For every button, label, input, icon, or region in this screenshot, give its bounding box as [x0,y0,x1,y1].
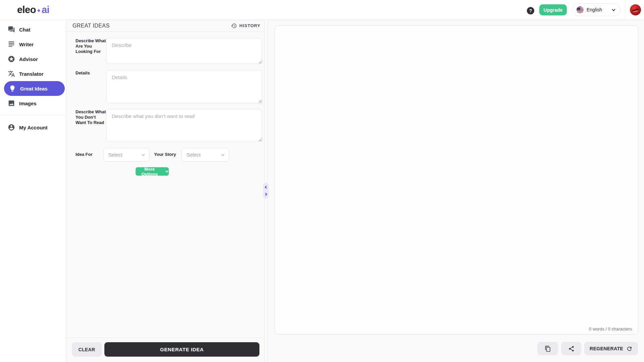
share-icon [568,346,575,352]
idea-for-select[interactable]: Select [103,148,150,162]
details-textarea[interactable] [106,70,262,103]
output-actions: REGENERATE [537,342,638,355]
sidebar-item-label: My Account [19,125,47,130]
field-label: Describe What Are You Looking For [76,38,107,54]
sidebar-item-advisor[interactable]: Advisor [0,52,66,66]
more-options-button[interactable]: More Options [136,167,169,176]
regenerate-button[interactable]: REGENERATE [584,342,638,355]
field-label: Details [76,70,107,76]
sidebar-item-translator[interactable]: Translator [0,66,66,81]
sidebar-item-my-account[interactable]: My Account [0,120,66,135]
select-value: Select [108,152,141,158]
sidebar-nav: Chat Writer Advisor Translator Great Ide… [0,20,66,362]
word-count: 0 words / 0 characters [589,326,632,331]
language-selector[interactable]: English [572,3,621,16]
sidebar-divider [0,115,66,115]
share-button[interactable] [561,342,581,355]
copy-icon [545,346,551,352]
looking-for-textarea[interactable] [106,38,262,64]
sidebar-item-label: Advisor [19,56,38,62]
chevron-down-icon [221,153,225,157]
collapse-left-button[interactable] [264,185,268,189]
account-icon [8,124,15,131]
generated-output-panel: 0 words / 0 characters [275,25,638,335]
sidebar-item-writer[interactable]: Writer [0,37,66,52]
history-label: HISTORY [239,23,260,28]
us-flag-icon [577,6,584,13]
lightbulb-icon [9,85,16,92]
logo-dot-icon [38,9,40,12]
your-story-select[interactable]: Select [182,148,229,162]
page-title: GREAT IDEAS [72,23,110,29]
generate-idea-button[interactable]: GENERATE IDEA [104,342,259,357]
more-options-label: More Options [136,167,163,177]
sidebar-item-label: Writer [19,42,34,47]
collapse-right-button[interactable] [264,192,268,196]
output-region: 0 words / 0 characters REGENERATE [267,20,644,362]
panel-collapse-handle [263,183,269,199]
top-header: eleo ai ? Upgrade English [0,0,644,20]
advisor-star-icon [8,55,15,63]
chevron-right-icon [264,192,268,196]
app-root: eleo ai ? Upgrade English Chat Writer Ad… [0,0,644,362]
sidebar-item-label: Great Ideas [20,86,48,92]
sidebar-item-label: Translator [19,71,44,77]
image-icon [8,100,15,107]
sidebar-item-chat[interactable]: Chat [0,22,66,37]
language-label: English [587,7,608,12]
select-value: Select [187,152,221,158]
eleo-ai-logo[interactable]: eleo ai [0,0,66,20]
logo-text-eleo: eleo [17,4,36,15]
chevron-down-icon [165,170,169,173]
panel-header: GREAT IDEAS HISTORY [66,20,265,32]
history-icon [231,23,237,29]
great-ideas-form-panel: GREAT IDEAS HISTORY Describe What Are Yo… [66,20,265,362]
chat-icon [8,26,15,33]
upgrade-button[interactable]: Upgrade [539,4,567,15]
header-divider [625,0,626,20]
field-label: Describe What You Don’t Want To Read [76,109,107,125]
logo-text-ai: ai [42,4,49,15]
refresh-icon [626,346,633,352]
question-mark-icon: ? [529,8,532,13]
form-footer: CLEAR GENERATE IDEA [66,338,265,362]
translate-icon [8,70,15,77]
sidebar-item-great-ideas[interactable]: Great Ideas [4,81,65,96]
sidebar-item-label: Chat [19,27,30,33]
history-button[interactable]: HISTORY [231,23,260,29]
user-avatar[interactable] [630,4,641,15]
sidebar-item-label: Images [19,101,37,106]
chevron-left-icon [264,185,268,189]
clear-button[interactable]: CLEAR [72,342,102,357]
selects-row: Idea For Select Your Story Select [76,148,262,162]
copy-button[interactable] [537,342,558,355]
dont-want-textarea[interactable] [106,109,262,142]
sidebar-item-images[interactable]: Images [0,96,66,111]
writer-icon [8,41,15,48]
regenerate-label: REGENERATE [590,346,623,351]
chevron-down-icon [611,8,616,12]
help-button[interactable]: ? [527,7,534,14]
idea-for-label: Idea For [76,152,93,157]
chevron-down-icon [141,153,145,157]
your-story-label: Your Story [154,152,176,157]
